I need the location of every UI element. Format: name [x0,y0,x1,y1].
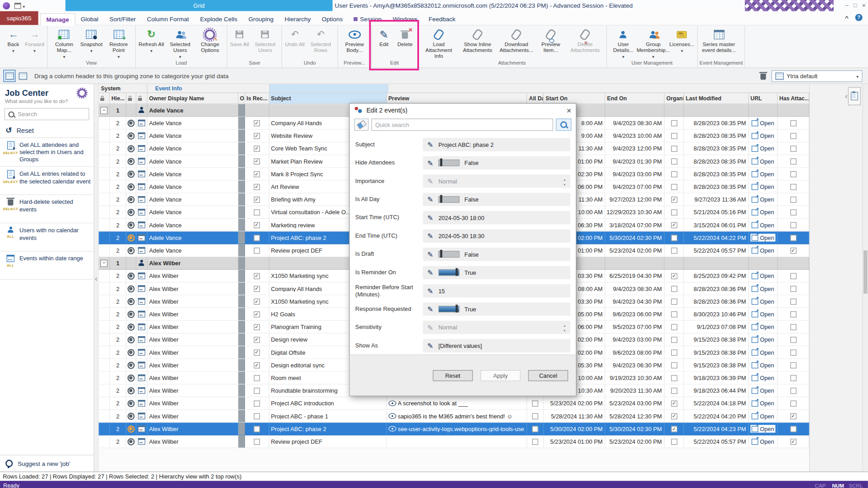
checkbox[interactable] [254,413,259,419]
field-control[interactable]: 15 [423,284,570,297]
checkbox[interactable] [671,183,677,189]
column-header-subject[interactable]: Subject [269,93,387,103]
open-link[interactable]: Open [750,119,775,127]
checkbox[interactable] [671,349,677,355]
checkbox[interactable] [790,438,796,444]
app-logo-icon[interactable] [3,2,10,9]
checkbox[interactable] [254,235,259,240]
checkbox[interactable] [790,426,796,432]
dialog-cancel-button[interactable]: Cancel [528,370,568,381]
checkbox[interactable] [790,209,796,215]
open-link[interactable]: Open [750,374,775,382]
checkbox[interactable] [254,375,259,380]
checkbox[interactable] [671,438,677,444]
maximize-icon[interactable] [854,3,857,8]
column-header-icon-3[interactable] [137,93,148,103]
checkbox[interactable] [254,337,259,343]
pencil-icon[interactable] [427,176,433,186]
checkbox[interactable] [671,388,677,394]
edit-delete-button[interactable]: Delete [394,27,415,47]
pencil-icon[interactable] [427,340,433,350]
tab-grouping[interactable]: Grouping [243,13,279,25]
event-management-series-master-event-details-button[interactable]: Series master event details... [699,27,738,53]
checkbox[interactable] [790,183,796,189]
checkbox[interactable] [671,324,677,330]
checkbox[interactable] [532,426,538,432]
checkbox[interactable] [254,362,259,368]
checkbox[interactable] [671,209,677,215]
checkbox[interactable] [790,235,796,240]
save-selected-users-button[interactable]: Selected Users [250,27,280,53]
column-header-last-modified[interactable]: Last Modified [684,93,749,103]
job-item-5[interactable]: ALLEvents within date range [0,252,94,280]
column-header-hie[interactable]: Hie... [110,93,127,103]
field-control[interactable]: Normal [423,320,570,333]
checkbox[interactable] [671,133,677,139]
tab-explode-cells[interactable]: Explode Cells [194,13,243,25]
attachments-download-attachments-button[interactable]: Download Attachments... [497,27,536,53]
checkbox[interactable] [254,120,259,126]
pencil-icon[interactable] [427,304,433,314]
view-snapshot-button[interactable]: Snapshot [79,27,104,54]
collapse-ribbon-icon[interactable] [845,12,849,22]
field-control[interactable]: [Different values] [423,339,570,352]
sidebar-collapse-strip[interactable] [94,84,99,471]
checkbox[interactable] [254,426,259,432]
clear-search-button[interactable] [354,118,368,131]
open-link[interactable]: Open [750,183,775,191]
undo-selected-rows-button[interactable]: Selected Rows [306,27,335,53]
open-link[interactable]: Open [750,297,775,305]
help-icon[interactable] [855,14,863,21]
attachments-preview-item-button[interactable]: Preview Item... [536,27,566,53]
reset-jobs-button[interactable]: Reset [0,123,94,138]
user-management-group-membership-button[interactable]: Group Membership... [638,27,668,60]
edit-edit-button[interactable]: Edit [373,27,395,47]
toggle-switch[interactable] [439,159,460,166]
checkbox[interactable] [254,133,259,139]
pencil-icon[interactable] [427,231,433,241]
checkbox[interactable] [790,197,796,202]
open-link[interactable]: Open [750,412,775,420]
column-header-icon-2[interactable] [126,93,136,103]
preview-preview-body-button[interactable]: Preview Body... [340,27,369,53]
checkbox[interactable] [790,158,796,164]
open-link[interactable]: Open [750,234,775,241]
checkbox[interactable] [671,273,677,279]
right-panel-chevron-icon[interactable] [845,91,847,101]
tab-session[interactable]: Session [348,13,387,25]
open-link[interactable]: Open [750,361,775,369]
field-control[interactable]: False [423,247,570,260]
checkbox[interactable] [532,413,538,419]
column-header-is-rec[interactable]: Is Rec... [245,93,269,103]
checkbox[interactable] [671,120,677,126]
load-refresh-all-button[interactable]: Refresh All [137,27,165,54]
tab-manage[interactable]: Manage [40,13,75,25]
checkbox[interactable] [254,400,259,406]
checkbox[interactable] [254,222,259,228]
checkbox[interactable] [790,337,796,343]
checkbox[interactable] [671,375,677,380]
field-control[interactable]: True [423,266,570,279]
collapsed-right-panel[interactable] [848,87,861,105]
checkbox[interactable] [790,388,796,394]
checkbox[interactable] [790,298,796,304]
column-header-organi[interactable]: Organi... [665,93,684,103]
job-item-1[interactable]: SELECTGet ALL attendees and select them … [0,138,94,167]
open-link[interactable]: Open [750,399,775,407]
form-view-toggle[interactable] [17,70,29,82]
quick-search-input[interactable] [371,118,553,131]
checkbox[interactable] [254,286,259,291]
view-restore-point-button[interactable]: Restore Point [104,27,133,60]
close-icon[interactable] [566,106,571,114]
open-link[interactable]: Open [750,196,775,203]
checkbox[interactable] [254,183,259,189]
checkbox[interactable] [254,197,259,202]
open-link[interactable]: Open [750,221,775,229]
checkbox[interactable] [254,247,259,253]
checkbox[interactable] [254,388,259,394]
view-column-map-button[interactable]: Column Map... [49,27,79,60]
active-grid-tab[interactable]: Grid [66,0,333,11]
open-link[interactable]: Open [750,323,775,331]
open-link[interactable]: Open [750,387,775,394]
quick-access-caret-icon[interactable] [23,0,25,10]
